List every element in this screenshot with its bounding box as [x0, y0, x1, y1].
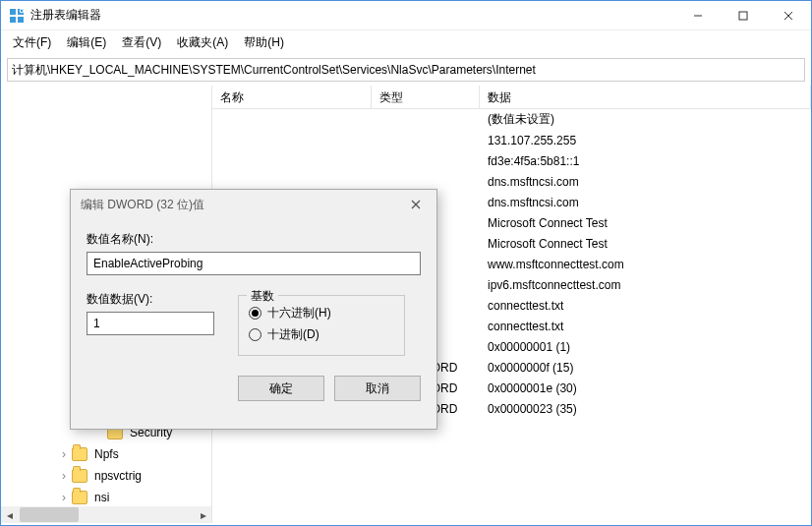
folder-icon	[72, 447, 87, 461]
radix-dec-label: 十进制(D)	[267, 326, 319, 343]
column-data[interactable]: 数据	[480, 86, 811, 108]
value-data: 131.107.255.255	[480, 134, 811, 147]
window-buttons	[675, 1, 811, 29]
menu-edit[interactable]: 编辑(E)	[61, 32, 112, 53]
folder-icon	[72, 491, 87, 504]
app-icon	[9, 8, 25, 24]
value-name-input[interactable]	[87, 252, 421, 275]
menu-file[interactable]: 文件(F)	[7, 32, 57, 53]
radix-hex-label: 十六进制(H)	[267, 305, 331, 321]
radix-fieldset: 基数 十六进制(H) 十进制(D)	[238, 295, 405, 356]
list-item[interactable]: 131.107.255.255	[212, 130, 811, 150]
value-data: ipv6.msftconnecttest.com	[480, 278, 811, 292]
titlebar: 注册表编辑器	[1, 1, 811, 30]
chevron-right-icon[interactable]: ›	[58, 469, 70, 483]
list-item[interactable]: fd3e:4f5a:5b81::1	[212, 150, 811, 171]
minimize-button[interactable]	[675, 1, 721, 29]
tree-item[interactable]: ›nsi	[1, 487, 211, 508]
radio-dot-icon	[249, 328, 261, 341]
dialog-body: 数值名称(N): 数值数据(V): 基数 十六进制(H)	[71, 219, 436, 368]
value-data: 0x00000023 (35)	[480, 402, 811, 416]
dialog-title: 编辑 DWORD (32 位)值	[81, 197, 405, 213]
value-data-label: 数值数据(V):	[87, 291, 214, 308]
list-header: 名称 类型 数据	[212, 86, 811, 109]
value-data: 0x0000001e (30)	[480, 381, 811, 395]
svg-rect-2	[10, 17, 16, 23]
column-name[interactable]: 名称	[212, 86, 372, 108]
menu-view[interactable]: 查看(V)	[116, 32, 167, 53]
radix-hex-radio[interactable]: 十六进制(H)	[249, 302, 394, 323]
main-area: ›NetBIOS⌄ParameterCache›InternetSecurity…	[1, 86, 811, 523]
value-data: 0x00000001 (1)	[480, 340, 811, 354]
value-data: dns.msftncsi.com	[480, 196, 811, 209]
tree-item-label: nsi	[91, 490, 112, 505]
chevron-right-icon[interactable]: ›	[58, 491, 70, 504]
value-data: 0x0000000f (15)	[480, 361, 811, 375]
value-data: fd3e:4f5a:5b81::1	[480, 154, 811, 168]
dialog-close-button[interactable]	[405, 195, 427, 214]
edit-dword-dialog: 编辑 DWORD (32 位)值 数值名称(N): 数值数据(V): 基数	[70, 189, 437, 430]
list-item[interactable]: (数值未设置)	[212, 109, 811, 130]
column-type[interactable]: 类型	[372, 86, 480, 108]
scroll-left-button[interactable]: ◂	[1, 506, 18, 523]
value-data: Microsoft Connect Test	[480, 237, 811, 251]
address-text: 计算机\HKEY_LOCAL_MACHINE\SYSTEM\CurrentCon…	[12, 62, 536, 79]
tree-item[interactable]: ›Npfs	[1, 443, 211, 465]
value-data: dns.msftncsi.com	[480, 175, 811, 189]
svg-rect-7	[739, 12, 747, 20]
maximize-button[interactable]	[721, 1, 766, 29]
folder-icon	[72, 469, 87, 483]
radix-dec-radio[interactable]: 十进制(D)	[249, 323, 394, 345]
svg-rect-0	[10, 9, 16, 15]
menubar: 文件(F) 编辑(E) 查看(V) 收藏夹(A) 帮助(H)	[1, 30, 811, 54]
dialog-titlebar[interactable]: 编辑 DWORD (32 位)值	[71, 190, 436, 219]
value-data: Microsoft Connect Test	[480, 216, 811, 230]
value-name-label: 数值名称(N):	[87, 231, 421, 248]
chevron-right-icon[interactable]: ›	[58, 447, 70, 461]
svg-rect-3	[18, 17, 24, 23]
tree-item[interactable]: ›npsvctrig	[1, 465, 211, 487]
svg-point-5	[21, 9, 23, 11]
menu-help[interactable]: 帮助(H)	[238, 32, 290, 53]
radio-dot-icon	[249, 307, 261, 320]
value-data: connecttest.txt	[480, 299, 811, 313]
value-data-input[interactable]	[87, 312, 214, 335]
close-button[interactable]	[766, 1, 811, 29]
cancel-button[interactable]: 取消	[334, 376, 421, 401]
value-data: (数值未设置)	[480, 111, 811, 128]
tree-item-label: Npfs	[91, 446, 122, 462]
window-title: 注册表编辑器	[30, 7, 675, 24]
value-data: www.msftconnecttest.com	[480, 258, 811, 271]
dialog-buttons: 确定 取消	[71, 368, 436, 415]
radix-legend: 基数	[247, 288, 278, 305]
ok-button[interactable]: 确定	[238, 376, 324, 401]
regedit-window: 注册表编辑器 文件(F) 编辑(E) 查看(V) 收藏夹(A) 帮助(H) 计算…	[0, 0, 812, 526]
tree-hscrollbar[interactable]: ◂ ▸	[1, 506, 211, 523]
tree-item-label: npsvctrig	[91, 468, 145, 484]
menu-favorites[interactable]: 收藏夹(A)	[171, 32, 234, 53]
scroll-thumb[interactable]	[20, 507, 79, 522]
value-data: connecttest.txt	[480, 320, 811, 333]
scroll-right-button[interactable]: ▸	[195, 506, 211, 523]
address-bar[interactable]: 计算机\HKEY_LOCAL_MACHINE\SYSTEM\CurrentCon…	[7, 58, 805, 82]
